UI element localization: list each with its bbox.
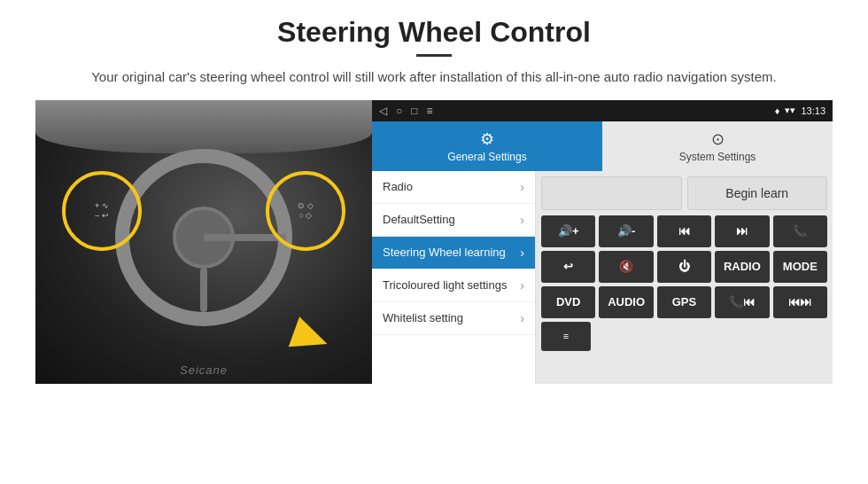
tab-system-label: System Settings (679, 151, 756, 163)
gps-label: GPS (672, 295, 696, 308)
mode-label: MODE (783, 260, 818, 273)
dvd-button[interactable]: DVD (541, 286, 595, 318)
audio-button[interactable]: AUDIO (599, 286, 653, 318)
chevron-icon: › (520, 180, 524, 194)
menu-button[interactable]: ≡ (541, 322, 591, 351)
chevron-icon: › (520, 311, 524, 325)
vol-up-button[interactable]: 🔊+ (541, 215, 595, 247)
location-icon: ♦ (775, 105, 780, 116)
gear-icon: ⚙ (480, 129, 494, 149)
home-nav-icon[interactable]: ○ (396, 105, 402, 117)
tab-general-label: General Settings (447, 151, 526, 163)
radio-label: RADIO (724, 260, 761, 273)
android-panel: ◁ ○ □ ≡ ♦ ▾▾ 13:13 ⚙ General Settings (372, 100, 833, 384)
menu-icon: ≡ (563, 331, 569, 341)
recents-nav-icon[interactable]: □ (411, 105, 417, 117)
content-area: + ∿– ↩ ⊙ ◇○ ◇ Seicane ◁ ○ □ ≡ (35, 100, 833, 384)
empty-input-box (541, 176, 682, 210)
mode-button[interactable]: MODE (773, 251, 827, 283)
next-track-button[interactable]: ⏭ (715, 215, 769, 247)
system-icon: ⊙ (711, 129, 725, 149)
radio-button[interactable]: RADIO (715, 251, 769, 283)
android-content: Radio › DefaultSetting › Steering Wheel … (372, 171, 833, 384)
title-divider (416, 54, 452, 57)
back-nav-icon[interactable]: ◁ (379, 105, 387, 117)
menu-nav-icon[interactable]: ≡ (427, 105, 433, 117)
phone-prev-button[interactable]: 📞⏮ (715, 286, 769, 318)
steering-wheel (115, 149, 292, 326)
car-image: + ∿– ↩ ⊙ ◇○ ◇ Seicane (35, 100, 372, 384)
mute-button[interactable]: 🔇 (599, 251, 653, 283)
right-controls-panel: Begin learn 🔊+ 🔊- ⏮ (536, 171, 833, 384)
phone-prev-icon: 📞⏮ (729, 295, 755, 308)
menu-item-radio[interactable]: Radio › (372, 171, 535, 204)
menu-item-steering-wheel[interactable]: Steering Wheel learning › (372, 237, 535, 269)
page-subtitle: Your original car's steering wheel contr… (35, 67, 833, 88)
prev-track-icon: ⏮ (678, 224, 690, 238)
power-button[interactable]: ⏻ (657, 251, 711, 283)
gps-button[interactable]: GPS (657, 286, 711, 318)
dvd-label: DVD (556, 295, 580, 308)
next-track-icon: ⏭ (736, 224, 748, 238)
prev-track-button[interactable]: ⏮ (657, 215, 711, 247)
android-statusbar: ◁ ○ □ ≡ ♦ ▾▾ 13:13 (372, 100, 833, 121)
yellow-circle-left: + ∿– ↩ (62, 171, 142, 251)
chevron-icon: › (520, 278, 524, 293)
menu-item-defaultsetting[interactable]: DefaultSetting › (372, 204, 535, 237)
phone-button[interactable]: 📞 (773, 215, 827, 247)
menu-item-whitelist[interactable]: Whitelist setting › (372, 302, 535, 335)
begin-learn-button[interactable]: Begin learn (687, 176, 828, 210)
chevron-icon: › (520, 246, 524, 260)
audio-label: AUDIO (608, 295, 645, 308)
wifi-icon: ▾▾ (785, 105, 795, 116)
menu-list: Radio › DefaultSetting › Steering Wheel … (372, 171, 536, 384)
android-tabs: ⚙ General Settings ⊙ System Settings (372, 121, 833, 171)
chevron-icon: › (520, 213, 524, 227)
phone-icon: 📞 (793, 224, 807, 238)
power-icon: ⏻ (678, 260, 690, 273)
vol-up-icon: 🔊+ (558, 224, 579, 238)
watermark: Seicane (180, 363, 228, 377)
tab-general-settings[interactable]: ⚙ General Settings (372, 121, 602, 171)
page-title: Steering Wheel Control (35, 16, 833, 49)
yellow-circle-right: ⊙ ◇○ ◇ (266, 171, 345, 251)
menu-item-tricoloured[interactable]: Tricoloured light settings › (372, 269, 535, 302)
time-display: 13:13 (801, 105, 825, 116)
skip-icon: ⏮⏭ (788, 295, 811, 308)
tab-system-settings[interactable]: ⊙ System Settings (602, 121, 833, 171)
back-call-icon: ↩ (563, 260, 573, 273)
vol-down-icon: 🔊- (617, 224, 635, 238)
mute-icon: 🔇 (619, 260, 633, 273)
skip-button[interactable]: ⏮⏭ (773, 286, 827, 318)
vol-down-button[interactable]: 🔊- (599, 215, 653, 247)
back-call-button[interactable]: ↩ (541, 251, 595, 283)
